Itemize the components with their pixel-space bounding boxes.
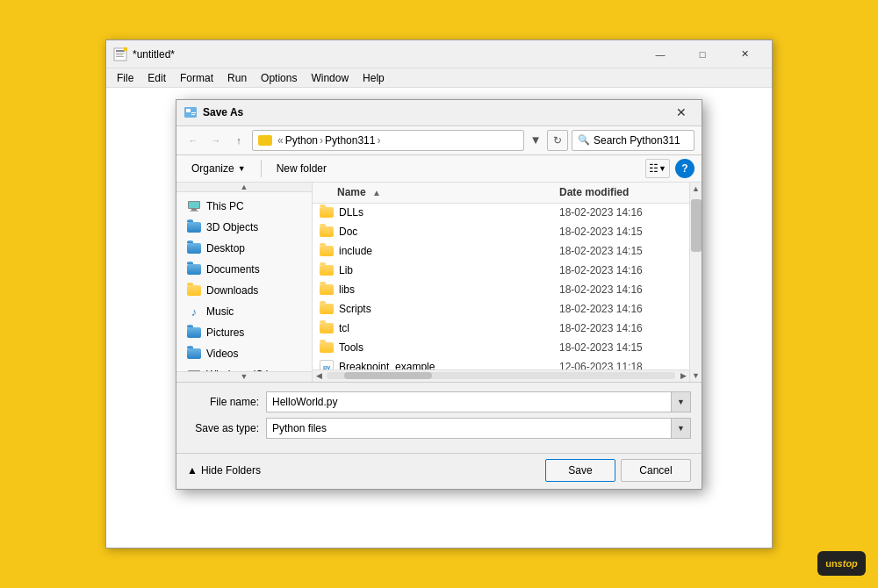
sidebar-item-3d-objects[interactable]: 3D Objects — [176, 217, 312, 238]
downloads-icon — [187, 283, 201, 298]
desktop-icon — [187, 241, 201, 255]
sidebar-label-desktop: Desktop — [206, 242, 245, 255]
savetype-dropdown-button[interactable]: ▼ — [672, 418, 691, 439]
cancel-button[interactable]: Cancel — [621, 459, 691, 482]
sidebar-item-windows-c[interactable]: Windows (C:) — [176, 364, 312, 371]
toolbar-separator — [261, 160, 262, 177]
h-scroll-left-arrow[interactable]: ◀ — [313, 369, 325, 382]
sidebar-item-documents[interactable]: Documents — [176, 259, 312, 280]
file-list-header: Name ▲ Date modified — [313, 183, 689, 204]
new-folder-button[interactable]: New folder — [269, 159, 335, 178]
save-button[interactable]: Save — [545, 459, 615, 482]
music-icon: ♪ — [187, 305, 201, 319]
file-row[interactable]: py Breakpoint_example 12-06-2023 11:18 — [313, 358, 689, 369]
sidebar-item-videos[interactable]: Videos — [176, 343, 312, 364]
search-input[interactable] — [594, 134, 688, 147]
search-icon: 🔍 — [578, 134, 590, 146]
svg-rect-13 — [190, 211, 198, 212]
file-row[interactable]: libs 18-02-2023 14:16 — [313, 281, 689, 300]
file-date: 12-06-2023 11:18 — [559, 361, 682, 369]
file-row[interactable]: Scripts 18-02-2023 14:16 — [313, 300, 689, 319]
hide-folders-button[interactable]: ▲ Hide Folders — [187, 464, 261, 477]
forward-button[interactable]: → — [206, 131, 226, 150]
dialog-content: ▲ — [176, 183, 702, 382]
dialog-titlebar: Save As ✕ — [176, 100, 702, 126]
h-scroll-track — [327, 372, 675, 379]
col-name-header[interactable]: Name ▲ — [320, 186, 559, 198]
sort-arrow-icon: ▲ — [372, 188, 381, 197]
toolbar: Organize ▼ New folder ☷ ▼ ? — [176, 155, 702, 183]
sidebar-label-documents: Documents — [206, 263, 260, 276]
scroll-thumb[interactable] — [691, 199, 702, 252]
back-button[interactable]: ← — [184, 131, 203, 150]
file-list: DLLs 18-02-2023 14:16 Doc 18-02-2023 14:… — [313, 204, 689, 369]
videos-icon — [187, 347, 201, 361]
file-row[interactable]: DLLs 18-02-2023 14:16 — [313, 204, 689, 223]
python-file-icon: py — [320, 360, 334, 369]
file-name: libs — [339, 283, 559, 296]
sidebar-scroll-down[interactable]: ▼ — [176, 371, 312, 382]
organize-button[interactable]: Organize ▼ — [184, 159, 254, 178]
sidebar-label-this-pc: This PC — [206, 200, 244, 212]
file-row[interactable]: Lib 18-02-2023 14:16 — [313, 262, 689, 281]
address-bar: ← → ↑ « Python › Python311 › ▼ ↻ 🔍 — [176, 126, 702, 155]
svg-rect-12 — [191, 209, 197, 211]
folder-icon — [320, 284, 334, 295]
scroll-up-arrow[interactable]: ▲ — [690, 183, 702, 195]
file-row[interactable]: tcl 18-02-2023 14:16 — [313, 319, 689, 339]
sidebar-label-downloads: Downloads — [206, 284, 258, 297]
breadcrumb-dropdown-button[interactable]: ▼ — [528, 130, 543, 151]
vertical-scrollbar[interactable]: ▲ ▼ — [689, 183, 702, 382]
sidebar-up-arrow-icon: ▲ — [241, 183, 248, 191]
file-row[interactable]: include 18-02-2023 14:15 — [313, 242, 689, 262]
sidebar-scroll-up[interactable]: ▲ — [176, 183, 312, 193]
sidebar-item-pictures[interactable]: Pictures — [176, 322, 312, 343]
sidebar-label-3d-objects: 3D Objects — [206, 221, 258, 233]
new-folder-label: New folder — [277, 162, 327, 175]
sidebar-item-desktop[interactable]: Desktop — [176, 238, 312, 259]
up-button[interactable]: ↑ — [229, 131, 248, 150]
pictures-icon — [187, 326, 201, 340]
col-date-header[interactable]: Date modified — [559, 186, 682, 198]
folder-icon — [320, 207, 334, 218]
folder-icon — [320, 246, 334, 256]
dialog-title-text: Save As — [203, 106, 668, 118]
svg-rect-8 — [191, 112, 196, 113]
search-bar[interactable]: 🔍 — [572, 130, 694, 151]
dialog-footer: ▲ Hide Folders Save Cancel — [176, 453, 702, 489]
refresh-button[interactable]: ↻ — [547, 130, 568, 151]
scroll-down-arrow[interactable]: ▼ — [690, 369, 702, 382]
horizontal-scrollbar[interactable]: ◀ ▶ — [313, 369, 689, 382]
sidebar-item-downloads[interactable]: Downloads — [176, 280, 312, 301]
file-row[interactable]: Doc 18-02-2023 14:15 — [313, 223, 689, 242]
filename-input[interactable] — [266, 391, 672, 412]
breadcrumb-bar[interactable]: « Python › Python311 › — [252, 130, 524, 151]
h-scroll-right-arrow[interactable]: ▶ — [677, 369, 689, 382]
file-name: DLLs — [339, 206, 559, 219]
dialog-close-button[interactable]: ✕ — [668, 103, 694, 122]
col-date-label: Date modified — [559, 186, 629, 198]
3d-objects-icon — [187, 220, 201, 234]
savetype-input[interactable] — [266, 418, 672, 439]
h-scroll-thumb[interactable] — [344, 372, 432, 379]
sidebar-item-music[interactable]: ♪ Music — [176, 301, 312, 322]
view-icon: ☷ — [649, 162, 658, 175]
view-button[interactable]: ☷ ▼ — [645, 159, 670, 178]
scroll-track — [690, 195, 702, 369]
sidebar-label-music: Music — [206, 305, 234, 318]
sidebar-item-this-pc[interactable]: This PC — [176, 196, 312, 217]
savetype-label: Save as type: — [187, 422, 266, 434]
view-dropdown-icon: ▼ — [658, 164, 666, 173]
outer-frame: *untitled* — □ ✕ File Edit Format Run Op… — [0, 0, 878, 588]
organize-label: Organize — [191, 162, 234, 175]
breadcrumb-separator1: « — [277, 134, 284, 147]
filename-dropdown-button[interactable]: ▼ — [672, 391, 691, 412]
file-date: 18-02-2023 14:16 — [559, 206, 682, 219]
dialog-action-buttons: Save Cancel — [545, 459, 691, 482]
file-row[interactable]: Tools 18-02-2023 14:15 — [313, 339, 689, 358]
filename-label: File name: — [187, 396, 266, 408]
chevron-up-icon: ▲ — [187, 464, 198, 477]
sidebar-label-videos: Videos — [206, 348, 238, 360]
file-date: 18-02-2023 14:16 — [559, 264, 682, 276]
help-button[interactable]: ? — [675, 159, 694, 178]
